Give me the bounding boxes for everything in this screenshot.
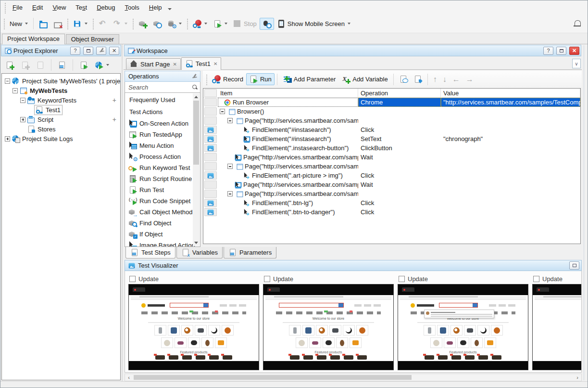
value-cell[interactable] [441, 180, 580, 189]
item-cell[interactable]: FindElement("#instasearch") [218, 125, 358, 134]
scroll-down-arrow[interactable] [193, 239, 200, 246]
visualizer-thumbnail[interactable] [532, 284, 582, 370]
value-cell[interactable] [441, 207, 580, 217]
visualizer-minimize-button[interactable] [569, 261, 579, 270]
operation-item[interactable]: On-Screen Action [125, 118, 192, 129]
test-step-row[interactable]: Browser() [203, 107, 580, 116]
dropdown-caret-icon[interactable] [204, 23, 207, 25]
test-step-row[interactable]: Page("http://services.smartbear.com/samp… [203, 116, 580, 125]
operation-cell[interactable]: Click [358, 207, 441, 217]
item-cell[interactable]: FindElement(".btn-to-danger") [218, 207, 358, 217]
operation-cell[interactable] [358, 162, 441, 171]
operation-item[interactable]: Run Script Routine [125, 173, 192, 184]
value-cell[interactable] [441, 198, 580, 207]
add-parameter-button[interactable]: Add Parameter [280, 73, 338, 85]
item-cell[interactable]: Page("http://services.smartbear.com/samp… [218, 116, 358, 125]
visualizer-thumbnail[interactable]: Welcome to our storeFeatured products [128, 284, 259, 370]
operation-item[interactable]: Run TestedApp [125, 129, 192, 140]
close-button[interactable] [50, 18, 65, 30]
dropdown-caret-icon[interactable] [125, 23, 127, 25]
tab-list-dropdown[interactable]: ∨ [572, 59, 581, 68]
visualizer-thumbnail[interactable]: Welcome to our storeFeatured products [398, 284, 528, 370]
operation-item[interactable]: Menu Action [125, 140, 192, 151]
test-step-row[interactable]: FindElement("#instasearch")Click [203, 125, 580, 134]
operation-cell[interactable]: Click [358, 198, 441, 207]
move-up-button[interactable]: ↑ [430, 75, 440, 84]
run-project-button[interactable] [76, 59, 91, 71]
operations-search[interactable]: Search [125, 82, 200, 93]
item-cell[interactable]: Page("http://services.smartbear.com/samp… [218, 180, 358, 189]
operations-pin-icon[interactable] [191, 73, 198, 80]
operation-item[interactable]: Image Based Action [125, 240, 192, 247]
add-variable-button[interactable]: Add Variable [338, 73, 390, 85]
restore-button[interactable] [83, 47, 93, 55]
debug-visualizer-button[interactable] [260, 18, 274, 30]
operation-item[interactable]: Run Code Snippet [125, 195, 192, 207]
operation-item[interactable]: If Object [125, 229, 192, 240]
doc-tab-test1[interactable]: Test1✕ [181, 57, 221, 70]
value-cell[interactable] [441, 107, 580, 116]
hscroll-track[interactable] [133, 374, 574, 381]
tab-project-workspace[interactable]: Project Workspace [2, 34, 65, 44]
test-step-row[interactable]: FindElement(".instasearch-button")ClickB… [203, 143, 580, 153]
menu-file[interactable]: File [8, 2, 27, 13]
tree-item[interactable]: Project Suite 'MyWebTests' (1 project) [2, 76, 120, 86]
operation-cell[interactable]: Wait [358, 180, 441, 189]
item-cell[interactable]: FindElement(".btn-lg") [218, 198, 358, 207]
value-cell[interactable] [441, 125, 580, 134]
update-checkbox[interactable] [264, 276, 270, 282]
object-spy-button[interactable] [150, 18, 164, 30]
run-test-button[interactable]: Run [246, 73, 275, 85]
collapse-expander-icon[interactable] [5, 78, 10, 84]
tab-parameters[interactable]: Parameters [224, 247, 276, 259]
tree-item[interactable]: Script+ [2, 115, 120, 124]
search-input[interactable]: Search [128, 84, 192, 91]
add-existing-button[interactable] [18, 59, 32, 71]
value-cell[interactable] [441, 171, 580, 180]
operation-item[interactable]: Find Object [125, 218, 192, 229]
expand-expander-icon[interactable] [5, 136, 10, 142]
value-cell[interactable]: "chronograph" [441, 134, 580, 143]
open-item-button[interactable] [33, 59, 48, 71]
menu-tools[interactable]: Tools [120, 2, 144, 13]
hscroll-thumb[interactable] [134, 375, 412, 380]
doc-tab-start-page[interactable]: Start Page✕ [126, 58, 181, 70]
hscroll-left-arrow[interactable]: ‹ [125, 375, 133, 380]
update-checkbox[interactable] [399, 276, 405, 282]
value-cell[interactable] [441, 116, 580, 125]
dropdown-caret-icon[interactable] [85, 23, 88, 25]
menu-test[interactable]: Test [71, 2, 92, 13]
workspace-help-button[interactable]: ? [543, 47, 553, 55]
workspace-restore-button[interactable] [556, 47, 566, 55]
stores-options-button[interactable] [164, 18, 185, 30]
value-cell[interactable] [441, 189, 580, 198]
collapse-expander-icon[interactable] [227, 164, 233, 169]
move-down-button[interactable]: ↓ [440, 75, 450, 84]
add-comment-button[interactable] [396, 73, 411, 85]
item-cell[interactable]: Page("http://services.smartbear.com/samp… [218, 189, 358, 198]
add-item-button[interactable] [2, 59, 17, 71]
update-checkbox[interactable] [129, 276, 136, 282]
run-toolbar-button[interactable] [210, 18, 230, 30]
operation-cell[interactable]: Click [358, 125, 441, 134]
menu-edit[interactable]: Edit [27, 2, 48, 13]
new-button[interactable]: New [7, 18, 31, 29]
menu-help[interactable]: Help [144, 2, 167, 13]
record-toolbar-button[interactable] [190, 18, 210, 30]
add-label-button[interactable] [411, 73, 425, 85]
add-child-button[interactable]: + [113, 116, 116, 123]
add-object-button[interactable] [136, 18, 150, 30]
scrollbar-thumb[interactable] [193, 101, 199, 165]
close-tab-icon[interactable]: ✕ [173, 62, 176, 67]
move-right-button[interactable]: → [463, 75, 476, 84]
value-cell[interactable] [441, 162, 580, 171]
undo-button[interactable] [96, 18, 110, 30]
operation-item[interactable]: Call Object Method [125, 207, 192, 218]
workspace-close-button[interactable]: ✕ [569, 47, 579, 55]
add-child-button[interactable]: + [113, 96, 116, 104]
close-panel-button[interactable]: ✕ [109, 47, 119, 55]
test-step-row[interactable]: FindElement(".btn-to-danger")Click [203, 207, 580, 217]
operation-cell[interactable]: SetText [358, 134, 441, 143]
operation-item[interactable]: Run Test [125, 184, 192, 195]
scroll-up-arrow[interactable] [193, 93, 200, 100]
